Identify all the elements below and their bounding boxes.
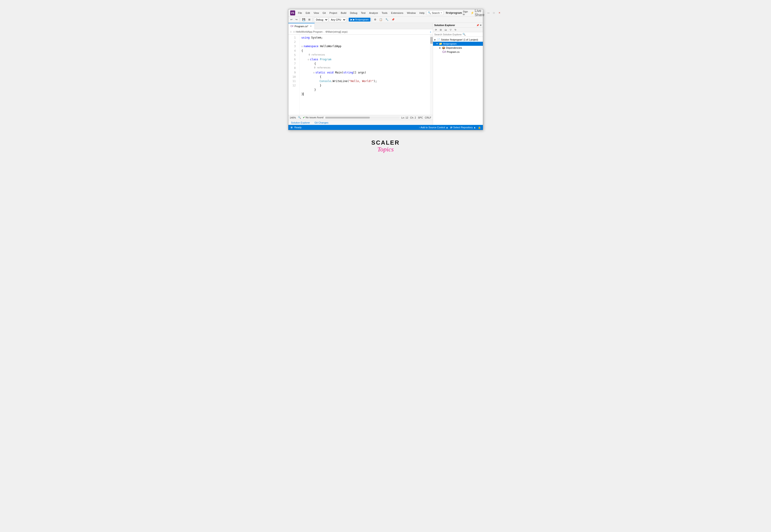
menu-build[interactable]: Build [339, 11, 348, 15]
issues-status: ✔ No issues found [303, 116, 323, 119]
toolbar-misc4[interactable]: 📌 [390, 18, 396, 22]
add-source-btn[interactable]: ↑ Add to Source Control ▲ [419, 126, 448, 129]
menu-git[interactable]: Git [321, 11, 327, 15]
scrollbar-right[interactable] [430, 35, 433, 115]
search-dropdown-icon: ▾ [441, 11, 442, 14]
se-props-btn[interactable]: 🗂 [443, 28, 448, 32]
menu-tools[interactable]: Tools [380, 11, 389, 15]
se-expand-solution[interactable]: ▶ [434, 39, 436, 41]
toolbar-undo[interactable]: ↩ [289, 18, 294, 22]
code-line-4: { [302, 49, 428, 53]
se-item-program-cs[interactable]: C# Program.cs [433, 50, 483, 54]
toolbar-misc1[interactable]: ⚙ [373, 18, 377, 22]
toolbar-save[interactable]: 💾 [301, 18, 306, 22]
toolbar-sep-1 [300, 18, 300, 22]
se-pin-icon[interactable]: 📌 [476, 24, 479, 27]
solution-label: Solution 'firstprogram' (1 of 1 project) [441, 39, 478, 41]
title-bar-left: VS File Edit View Git Project Build Debu… [290, 10, 426, 15]
branding-topics-text: Topics [371, 146, 400, 153]
tab-close-btn[interactable]: ✕ [309, 25, 312, 28]
se-expand-deps[interactable]: ▶ [439, 47, 441, 49]
code-line-3: ⊟namespace HelloWorldApp [302, 44, 428, 49]
liveshare-button[interactable]: ⚡ Live Share [471, 9, 484, 17]
ln-7: 7 [288, 62, 298, 66]
scrollbar-thumb[interactable] [430, 37, 433, 44]
breadcrumb-part2[interactable]: ⚙Main(string[] args) [325, 30, 348, 33]
issues-icon: ✔ [303, 116, 305, 119]
ch-status: Ch: 2 [410, 116, 416, 119]
se-sync-btn[interactable]: ⟳ [434, 28, 438, 32]
ln-8: 8 [288, 66, 298, 70]
toolbar-misc2[interactable]: 📋 [378, 18, 384, 22]
breadcrumb-file: ☆ [290, 30, 292, 33]
menu-project[interactable]: Project [328, 11, 339, 15]
tab-solution-explorer[interactable]: Solution Explorer [290, 121, 311, 124]
cpu-select[interactable]: Any CPU [329, 17, 346, 22]
liveshare-icon: ⚡ [471, 11, 474, 15]
ln-10: 10 [288, 75, 298, 79]
se-tree: ▶ 📄 Solution 'firstprogram' (1 of 1 proj… [433, 37, 483, 125]
se-refresh-btn[interactable]: ↻ [453, 28, 457, 32]
toolbar-redo[interactable]: ↪ [294, 18, 299, 22]
menu-test[interactable]: Test [359, 11, 367, 15]
line-numbers: 1 2 3 4 5 6 7 8 9 10 11 12 [288, 35, 300, 115]
tab-git-changes[interactable]: Git Changes [313, 121, 330, 124]
solution-icon: 📄 [437, 38, 440, 41]
vs-logo: VS [290, 10, 295, 15]
tab-bar: C# Program.cs* ✕ [288, 23, 433, 29]
search-box[interactable]: 🔍 Search ▾ [426, 11, 444, 15]
run-button[interactable]: ▶ ▶ firstprogram [349, 18, 371, 22]
menu-extensions[interactable]: Extensions [389, 11, 405, 15]
toolbar-misc3[interactable]: 🔧 [384, 18, 390, 22]
se-collapse-btn[interactable]: ⊟ [439, 28, 443, 32]
run-label: ▶ firstprogram [353, 18, 369, 21]
se-item-project[interactable]: ▼ 📁 firstprogram [433, 42, 483, 46]
code-line-ref2: 0 references [302, 66, 428, 70]
se-filter-btn[interactable]: ▽ [449, 28, 453, 32]
se-item-dependencies[interactable]: ▶ 📦 Dependencies [433, 46, 483, 50]
editor-scroll-area[interactable]: 1 2 3 4 5 6 7 8 9 10 11 12 using System; [288, 35, 433, 115]
select-repo-btn[interactable]: 🖳 Select Repository ▲ [450, 126, 476, 129]
se-search-input[interactable] [434, 33, 462, 36]
code-line-6: { [302, 62, 428, 66]
se-item-solution[interactable]: ▶ 📄 Solution 'firstprogram' (1 of 1 proj… [433, 38, 483, 42]
ln-status: Ln: 12 [401, 116, 408, 119]
menu-analyze[interactable]: Analyze [367, 11, 379, 15]
editor-area: C# Program.cs* ✕ ☆ ☆ HelloWorldApp.Progr… [288, 23, 433, 125]
bottom-right: Ln: 12 Ch: 2 SPC CRLF [401, 116, 431, 119]
menu-view[interactable]: View [312, 11, 321, 15]
menu-file[interactable]: File [297, 11, 304, 15]
menu-debug[interactable]: Debug [348, 11, 359, 15]
close-button[interactable]: ✕ [497, 11, 502, 15]
breadcrumb-part1[interactable]: ☆ HelloWorldApp.Program [293, 30, 323, 33]
menu-edit[interactable]: Edit [304, 11, 311, 15]
ln-11: 11 [288, 79, 298, 83]
tab-label: Program.cs* [294, 25, 308, 28]
se-close-icon[interactable]: ✕ [480, 24, 482, 27]
status-bar: 🖥 Ready ↑ Add to Source Control ▲ 🖳 Sele… [288, 125, 483, 130]
se-header: Solution Explorer 📌 ✕ [433, 23, 483, 28]
ln-12: 12 [288, 83, 298, 88]
debug-config-select[interactable]: Debug [314, 17, 328, 22]
ln-4: 4 [288, 49, 298, 53]
menu-help[interactable]: Help [418, 11, 426, 15]
scrollbar-bottom[interactable] [325, 117, 400, 119]
tab-cs-icon: C# [291, 25, 294, 27]
lock-icon: 🔒 [478, 126, 481, 129]
tab-program-cs[interactable]: C# Program.cs* ✕ [288, 23, 315, 29]
toolbar-save-all[interactable]: ⊞ [307, 18, 311, 22]
menu-window[interactable]: Window [405, 11, 417, 15]
code-content[interactable]: using System; ⊟namespace HelloWorldApp {… [300, 35, 430, 115]
minimize-button[interactable]: — [486, 11, 491, 15]
scrollbar-bottom-thumb[interactable] [325, 117, 370, 119]
menu-bar: File Edit View Git Project Build Debug T… [297, 11, 426, 15]
ln-5: 5 [288, 53, 298, 57]
se-expand-project[interactable]: ▼ [436, 43, 438, 45]
code-line-12: } [302, 92, 428, 96]
code-line-5: ⊟class Program [302, 57, 428, 62]
se-bottom-tabs: Solution Explorer Git Changes [288, 120, 433, 125]
maximize-button[interactable]: □ [492, 11, 496, 15]
status-right: ↑ Add to Source Control ▲ 🖳 Select Repos… [419, 126, 481, 129]
signin-button[interactable]: Sign in [462, 10, 469, 16]
add-line-btn[interactable]: + [430, 31, 431, 33]
